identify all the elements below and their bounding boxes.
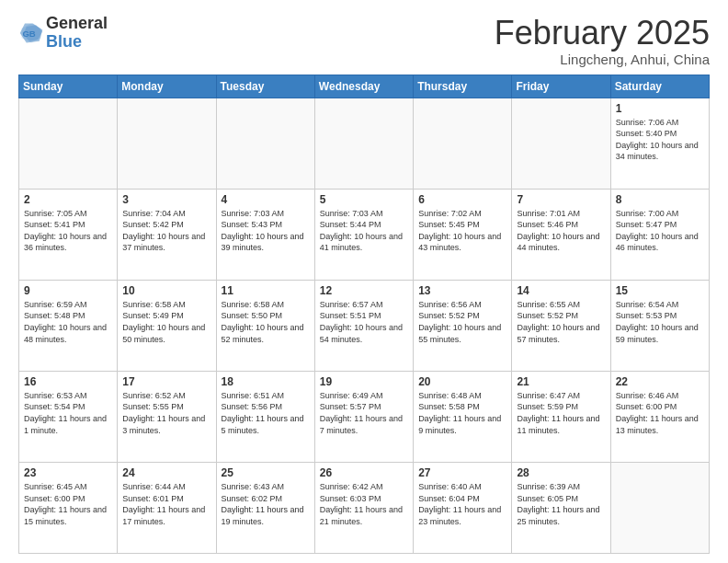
header: GB General Blue February 2025 Lingcheng,… bbox=[18, 15, 710, 67]
day-info: Sunrise: 7:04 AM Sunset: 5:42 PM Dayligh… bbox=[122, 208, 210, 254]
calendar-cell: 18Sunrise: 6:51 AM Sunset: 5:56 PM Dayli… bbox=[216, 371, 314, 462]
calendar-cell: 8Sunrise: 7:00 AM Sunset: 5:47 PM Daylig… bbox=[610, 189, 709, 280]
calendar-cell bbox=[118, 98, 216, 189]
calendar-cell: 24Sunrise: 6:44 AM Sunset: 6:01 PM Dayli… bbox=[118, 462, 216, 553]
day-info: Sunrise: 6:48 AM Sunset: 5:58 PM Dayligh… bbox=[418, 390, 506, 436]
logo: GB General Blue bbox=[18, 15, 108, 52]
logo-icon: GB bbox=[18, 20, 44, 46]
calendar-week-row: 2Sunrise: 7:05 AM Sunset: 5:41 PM Daylig… bbox=[19, 189, 710, 280]
day-info: Sunrise: 6:52 AM Sunset: 5:55 PM Dayligh… bbox=[122, 390, 210, 436]
calendar-cell: 1Sunrise: 7:06 AM Sunset: 5:40 PM Daylig… bbox=[610, 98, 709, 189]
calendar-cell: 7Sunrise: 7:01 AM Sunset: 5:46 PM Daylig… bbox=[512, 189, 610, 280]
calendar-week-row: 1Sunrise: 7:06 AM Sunset: 5:40 PM Daylig… bbox=[19, 98, 710, 189]
day-number: 17 bbox=[122, 375, 210, 388]
svg-text:GB: GB bbox=[22, 28, 35, 38]
calendar-week-row: 16Sunrise: 6:53 AM Sunset: 5:54 PM Dayli… bbox=[19, 371, 710, 462]
day-number: 13 bbox=[418, 284, 506, 297]
logo-general: General bbox=[46, 14, 108, 32]
day-number: 4 bbox=[222, 193, 310, 206]
day-info: Sunrise: 6:56 AM Sunset: 5:52 PM Dayligh… bbox=[418, 299, 506, 345]
calendar-cell bbox=[512, 98, 610, 189]
day-info: Sunrise: 6:43 AM Sunset: 6:02 PM Dayligh… bbox=[222, 481, 310, 527]
weekday-header: Tuesday bbox=[216, 75, 314, 98]
day-info: Sunrise: 6:51 AM Sunset: 5:56 PM Dayligh… bbox=[222, 390, 310, 436]
calendar-cell bbox=[19, 98, 118, 189]
calendar-week-row: 23Sunrise: 6:45 AM Sunset: 6:00 PM Dayli… bbox=[19, 462, 710, 553]
day-number: 16 bbox=[24, 375, 112, 388]
calendar-cell: 4Sunrise: 7:03 AM Sunset: 5:43 PM Daylig… bbox=[216, 189, 314, 280]
day-info: Sunrise: 7:03 AM Sunset: 5:43 PM Dayligh… bbox=[222, 208, 310, 254]
month-title: February 2025 bbox=[495, 15, 710, 52]
day-info: Sunrise: 6:54 AM Sunset: 5:53 PM Dayligh… bbox=[616, 299, 704, 345]
page: GB General Blue February 2025 Lingcheng,… bbox=[0, 0, 728, 563]
day-number: 12 bbox=[320, 284, 408, 297]
calendar-cell: 22Sunrise: 6:46 AM Sunset: 6:00 PM Dayli… bbox=[610, 371, 709, 462]
day-number: 7 bbox=[517, 193, 605, 206]
calendar-cell: 13Sunrise: 6:56 AM Sunset: 5:52 PM Dayli… bbox=[414, 280, 512, 371]
day-number: 23 bbox=[24, 466, 112, 479]
weekday-header: Saturday bbox=[610, 75, 709, 98]
day-number: 24 bbox=[122, 466, 210, 479]
day-info: Sunrise: 6:40 AM Sunset: 6:04 PM Dayligh… bbox=[418, 481, 506, 527]
day-number: 6 bbox=[418, 193, 506, 206]
day-number: 26 bbox=[320, 466, 408, 479]
calendar-cell: 6Sunrise: 7:02 AM Sunset: 5:45 PM Daylig… bbox=[414, 189, 512, 280]
day-number: 15 bbox=[616, 284, 704, 297]
calendar-cell: 28Sunrise: 6:39 AM Sunset: 6:05 PM Dayli… bbox=[512, 462, 610, 553]
day-number: 18 bbox=[222, 375, 310, 388]
weekday-header: Wednesday bbox=[314, 75, 413, 98]
logo-blue: Blue bbox=[46, 32, 82, 51]
day-info: Sunrise: 7:06 AM Sunset: 5:40 PM Dayligh… bbox=[616, 117, 704, 163]
day-info: Sunrise: 6:57 AM Sunset: 5:51 PM Dayligh… bbox=[320, 299, 408, 345]
day-info: Sunrise: 6:58 AM Sunset: 5:50 PM Dayligh… bbox=[222, 299, 310, 345]
day-info: Sunrise: 7:00 AM Sunset: 5:47 PM Dayligh… bbox=[616, 208, 704, 254]
calendar-week-row: 9Sunrise: 6:59 AM Sunset: 5:48 PM Daylig… bbox=[19, 280, 710, 371]
calendar-cell: 3Sunrise: 7:04 AM Sunset: 5:42 PM Daylig… bbox=[118, 189, 216, 280]
calendar-cell bbox=[314, 98, 413, 189]
calendar-cell bbox=[414, 98, 512, 189]
calendar-cell: 20Sunrise: 6:48 AM Sunset: 5:58 PM Dayli… bbox=[414, 371, 512, 462]
calendar-cell: 26Sunrise: 6:42 AM Sunset: 6:03 PM Dayli… bbox=[314, 462, 413, 553]
calendar-cell: 14Sunrise: 6:55 AM Sunset: 5:52 PM Dayli… bbox=[512, 280, 610, 371]
day-info: Sunrise: 7:01 AM Sunset: 5:46 PM Dayligh… bbox=[517, 208, 605, 254]
calendar-cell: 5Sunrise: 7:03 AM Sunset: 5:44 PM Daylig… bbox=[314, 189, 413, 280]
day-number: 1 bbox=[616, 102, 704, 115]
day-info: Sunrise: 6:39 AM Sunset: 6:05 PM Dayligh… bbox=[517, 481, 605, 527]
weekday-header: Sunday bbox=[19, 75, 118, 98]
day-number: 25 bbox=[222, 466, 310, 479]
day-number: 28 bbox=[517, 466, 605, 479]
day-info: Sunrise: 6:46 AM Sunset: 6:00 PM Dayligh… bbox=[616, 390, 704, 436]
calendar-cell: 25Sunrise: 6:43 AM Sunset: 6:02 PM Dayli… bbox=[216, 462, 314, 553]
calendar-cell: 2Sunrise: 7:05 AM Sunset: 5:41 PM Daylig… bbox=[19, 189, 118, 280]
day-info: Sunrise: 6:58 AM Sunset: 5:49 PM Dayligh… bbox=[122, 299, 210, 345]
calendar-cell: 16Sunrise: 6:53 AM Sunset: 5:54 PM Dayli… bbox=[19, 371, 118, 462]
calendar-cell: 10Sunrise: 6:58 AM Sunset: 5:49 PM Dayli… bbox=[118, 280, 216, 371]
calendar-header-row: SundayMondayTuesdayWednesdayThursdayFrid… bbox=[19, 75, 710, 98]
calendar-cell: 19Sunrise: 6:49 AM Sunset: 5:57 PM Dayli… bbox=[314, 371, 413, 462]
day-number: 5 bbox=[320, 193, 408, 206]
day-number: 20 bbox=[418, 375, 506, 388]
day-info: Sunrise: 7:03 AM Sunset: 5:44 PM Dayligh… bbox=[320, 208, 408, 254]
day-info: Sunrise: 6:47 AM Sunset: 5:59 PM Dayligh… bbox=[517, 390, 605, 436]
day-info: Sunrise: 6:42 AM Sunset: 6:03 PM Dayligh… bbox=[320, 481, 408, 527]
day-info: Sunrise: 6:49 AM Sunset: 5:57 PM Dayligh… bbox=[320, 390, 408, 436]
day-number: 8 bbox=[616, 193, 704, 206]
calendar-cell: 23Sunrise: 6:45 AM Sunset: 6:00 PM Dayli… bbox=[19, 462, 118, 553]
day-info: Sunrise: 7:05 AM Sunset: 5:41 PM Dayligh… bbox=[24, 208, 112, 254]
calendar-table: SundayMondayTuesdayWednesdayThursdayFrid… bbox=[18, 75, 710, 554]
calendar-cell: 27Sunrise: 6:40 AM Sunset: 6:04 PM Dayli… bbox=[414, 462, 512, 553]
day-info: Sunrise: 6:53 AM Sunset: 5:54 PM Dayligh… bbox=[24, 390, 112, 436]
calendar-cell bbox=[610, 462, 709, 553]
day-number: 21 bbox=[517, 375, 605, 388]
day-number: 11 bbox=[222, 284, 310, 297]
day-number: 27 bbox=[418, 466, 506, 479]
title-block: February 2025 Lingcheng, Anhui, China bbox=[495, 15, 710, 67]
calendar-cell: 9Sunrise: 6:59 AM Sunset: 5:48 PM Daylig… bbox=[19, 280, 118, 371]
day-info: Sunrise: 6:59 AM Sunset: 5:48 PM Dayligh… bbox=[24, 299, 112, 345]
day-number: 9 bbox=[24, 284, 112, 297]
day-info: Sunrise: 7:02 AM Sunset: 5:45 PM Dayligh… bbox=[418, 208, 506, 254]
location: Lingcheng, Anhui, China bbox=[495, 52, 710, 67]
calendar-cell bbox=[216, 98, 314, 189]
day-number: 10 bbox=[122, 284, 210, 297]
calendar-cell: 12Sunrise: 6:57 AM Sunset: 5:51 PM Dayli… bbox=[314, 280, 413, 371]
